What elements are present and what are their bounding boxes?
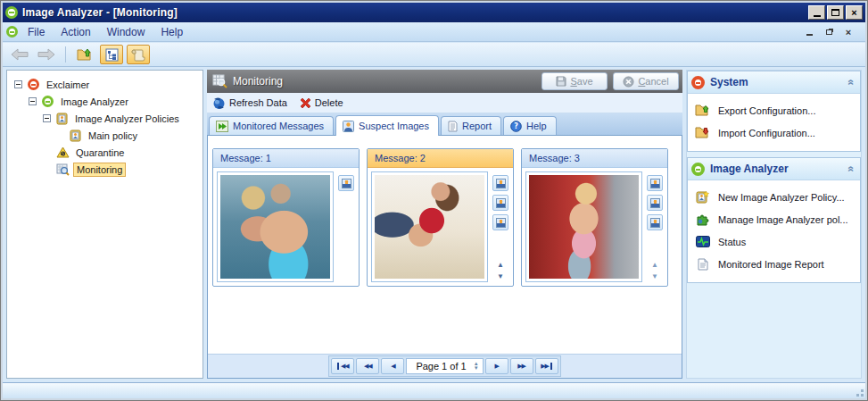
- person-photo-icon: [342, 179, 351, 188]
- thumbnail-button[interactable]: [647, 214, 663, 230]
- delete-button[interactable]: Delete: [300, 97, 343, 109]
- page-indicator: Page 1 of 1 ▲ ▼: [406, 358, 483, 374]
- collapse-chevron-icon[interactable]: «: [846, 166, 858, 172]
- message-card-header[interactable]: Message: 2: [368, 149, 513, 168]
- thumbnail-button[interactable]: [647, 175, 663, 191]
- tree-item-image-analyzer[interactable]: Image Analyzer: [9, 93, 201, 110]
- thumbnail-button[interactable]: [492, 195, 508, 211]
- thumbnail-rail: ▲ ▼: [644, 171, 665, 282]
- policy-icon: [68, 129, 82, 143]
- back-arrow-icon: [11, 48, 29, 61]
- tree-item-exclaimer[interactable]: Exclaimer: [9, 76, 201, 93]
- side-item-label: New Image Analyzer Policy...: [718, 192, 845, 203]
- tree-item-main-policy[interactable]: Main policy: [9, 127, 201, 144]
- message-card-header[interactable]: Message: 3: [522, 149, 667, 168]
- image-analyzer-group-header[interactable]: Image Analyzer «: [688, 158, 860, 180]
- message-title: Message: 3: [529, 153, 580, 163]
- mdi-minimize-button[interactable]: [803, 27, 815, 38]
- save-button[interactable]: Save: [541, 72, 608, 90]
- last-page-button[interactable]: ▶▶: [535, 358, 558, 374]
- manage-policies-item[interactable]: Manage Image Analyzer pol...: [695, 208, 856, 230]
- scroll-up-icon[interactable]: ▲: [497, 262, 504, 269]
- tab-report[interactable]: Report: [441, 116, 501, 135]
- thumbnail-button[interactable]: [338, 175, 354, 191]
- person-photo-icon: [496, 218, 506, 228]
- export-configuration-item[interactable]: Export Configuration...: [695, 99, 856, 121]
- navigation-tree: Exclaimer Image Analyzer Image Analyzer …: [6, 70, 203, 379]
- new-policy-item[interactable]: New Image Analyzer Policy...: [695, 186, 856, 208]
- tree-item-monitoring[interactable]: Monitoring: [9, 161, 201, 178]
- prev-fast-button[interactable]: ◀◀: [356, 358, 379, 374]
- message-card-3[interactable]: Message: 3 ▲: [521, 148, 668, 287]
- side-item-label: Import Configuration...: [718, 128, 815, 138]
- scroll-down-icon[interactable]: ▼: [497, 273, 504, 280]
- forward-button[interactable]: [35, 45, 58, 64]
- first-page-button[interactable]: ◀◀: [331, 358, 354, 374]
- message-card-body: ▲ ▼: [522, 168, 667, 286]
- panel-title: Monitoring: [233, 75, 536, 88]
- prev-page-button[interactable]: ◀: [381, 358, 404, 374]
- last-page-bar-icon: [550, 363, 552, 370]
- collapse-box-icon[interactable]: [29, 97, 37, 105]
- suspect-images-tab-content: Message: 1: [207, 136, 682, 379]
- next-fast-button[interactable]: ▶▶: [510, 358, 533, 374]
- cancel-button[interactable]: Cancel: [613, 72, 679, 90]
- tab-label: Monitored Messages: [233, 121, 324, 131]
- tree-item-quarantine[interactable]: Quarantine: [9, 144, 201, 161]
- mdi-window-controls: ×: [803, 27, 862, 38]
- scroll-up-icon[interactable]: ▲: [651, 262, 658, 269]
- tree-item-label: Image Analyzer Policies: [72, 113, 182, 125]
- thumbnail-button[interactable]: [492, 175, 508, 191]
- image-analyzer-group-items: New Image Analyzer Policy... Manage Imag…: [688, 180, 860, 282]
- tree-item-label: Main policy: [86, 129, 140, 142]
- scroll-down-icon[interactable]: ▼: [651, 273, 658, 280]
- next-page-button[interactable]: ▶: [485, 358, 508, 374]
- import-configuration-item[interactable]: Import Configuration...: [695, 121, 856, 144]
- refresh-data-button[interactable]: Refresh Data: [212, 96, 287, 110]
- menu-action[interactable]: Action: [53, 24, 98, 40]
- mdi-close-button[interactable]: ×: [842, 27, 855, 38]
- suspect-images-icon: [343, 121, 354, 132]
- message-card-2[interactable]: Message: 2 ▲: [367, 148, 514, 287]
- thumbnail-rail: [335, 171, 357, 282]
- folder-up-icon: [77, 47, 93, 62]
- collapse-chevron-icon[interactable]: «: [846, 79, 858, 86]
- minimize-button[interactable]: [808, 5, 825, 20]
- monitored-image-report-item[interactable]: Monitored Image Report: [695, 253, 856, 275]
- collapse-box-icon[interactable]: [43, 114, 51, 122]
- status-item[interactable]: Status: [695, 230, 856, 253]
- tree-item-label: Exclaimer: [44, 79, 92, 91]
- mdi-restore-button[interactable]: [823, 27, 835, 38]
- policy-icon: [54, 112, 69, 126]
- tab-help[interactable]: ? Help: [503, 116, 557, 135]
- maximize-button[interactable]: [827, 5, 844, 20]
- menu-help[interactable]: Help: [153, 24, 191, 40]
- tab-monitored-messages[interactable]: Monitored Messages: [209, 116, 334, 135]
- export-folder-button[interactable]: [73, 45, 96, 64]
- close-button[interactable]: ×: [846, 5, 863, 20]
- window-title: Image Analyzer - [Monitoring]: [22, 6, 806, 19]
- tree-view-toggle-button[interactable]: [100, 45, 123, 64]
- image-frame: [371, 171, 488, 282]
- tree-item-image-analyzer-policies[interactable]: Image Analyzer Policies: [9, 110, 201, 127]
- menu-file[interactable]: File: [20, 24, 53, 40]
- status-pulse-icon: [695, 235, 710, 249]
- message-card-1[interactable]: Message: 1: [212, 148, 360, 287]
- console-panel-toggle-button[interactable]: [127, 45, 150, 64]
- resize-grip[interactable]: [854, 387, 864, 397]
- collapse-box-icon[interactable]: [14, 80, 22, 88]
- report-document-icon: [448, 121, 458, 132]
- app-logo-icon: [5, 6, 18, 19]
- back-button[interactable]: [8, 45, 31, 64]
- person-photo-icon: [496, 179, 506, 188]
- message-card-header[interactable]: Message: 1: [213, 149, 359, 168]
- page-spinner[interactable]: ▲ ▼: [474, 362, 479, 371]
- thumbnail-button[interactable]: [492, 214, 508, 230]
- folder-export-icon: [695, 104, 710, 118]
- tab-suspect-images[interactable]: Suspect Images: [335, 115, 439, 136]
- system-group-header[interactable]: System «: [688, 71, 860, 94]
- menu-window[interactable]: Window: [99, 24, 153, 40]
- spinner-down-icon[interactable]: ▼: [474, 366, 479, 371]
- thumbnail-button[interactable]: [647, 195, 663, 211]
- side-item-label: Export Configuration...: [718, 105, 815, 116]
